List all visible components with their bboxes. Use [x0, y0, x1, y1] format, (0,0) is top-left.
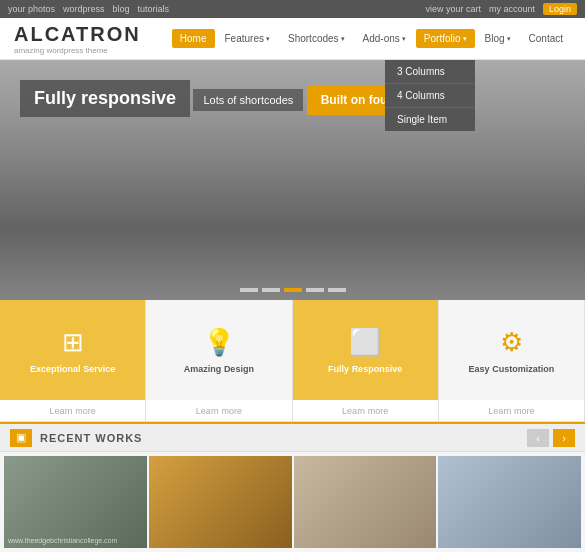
portfolio-dropdown: 3 Columns 4 Columns Single Item — [385, 60, 475, 131]
top-link-1[interactable]: your photos — [8, 4, 55, 14]
feature-design: 💡 Amazing Design — [146, 300, 292, 400]
gallery: www.theedgebchristiancollege.com — [0, 452, 585, 552]
feature-service: ⊞ Exceptional Service — [0, 300, 146, 400]
login-button[interactable]: Login — [543, 3, 577, 15]
dot-3[interactable] — [284, 288, 302, 292]
top-link-2[interactable]: wordpress — [63, 4, 105, 14]
gallery-next-button[interactable]: › — [553, 429, 575, 447]
nav-shortcodes[interactable]: Shortcodes ▾ — [280, 29, 353, 48]
dot-4[interactable] — [306, 288, 324, 292]
hero-dots — [240, 288, 346, 292]
customization-icon: ⚙ — [500, 327, 523, 358]
feature-responsive-label: Fully Responsive — [328, 364, 402, 374]
dropdown-4col[interactable]: 4 Columns — [385, 84, 475, 108]
nav-addons[interactable]: Add-ons ▾ — [355, 29, 414, 48]
chevron-down-icon: ▾ — [341, 35, 345, 43]
feature-customization-label: Easy Customization — [469, 364, 555, 374]
feature-design-label: Amazing Design — [184, 364, 254, 374]
feature-service-label: Exceptional Service — [30, 364, 115, 374]
learn-more-2[interactable]: Learn more — [146, 400, 292, 421]
gallery-item-2[interactable] — [149, 456, 292, 548]
logo-sub: amazing wordpress theme — [14, 46, 141, 55]
dropdown-3col[interactable]: 3 Columns — [385, 60, 475, 84]
design-icon: 💡 — [203, 327, 235, 358]
recent-works-header: ▣ RECENT WORKS ‹ › — [0, 422, 585, 452]
logo-area: ALCATRON amazing wordpress theme — [14, 23, 141, 55]
features-row: ⊞ Exceptional Service 💡 Amazing Design ⬜… — [0, 300, 585, 400]
hero-subtitle: Lots of shortcodes — [193, 89, 303, 111]
feature-customization: ⚙ Easy Customization — [439, 300, 585, 400]
recent-works-icon: ▣ — [10, 429, 32, 447]
responsive-icon: ⬜ — [349, 327, 381, 358]
learn-more-3[interactable]: Learn more — [293, 400, 439, 421]
chevron-down-icon: ▾ — [266, 35, 270, 43]
dropdown-single[interactable]: Single Item — [385, 108, 475, 131]
nav-contact[interactable]: Contact — [521, 29, 571, 48]
chevron-down-icon: ▾ — [507, 35, 511, 43]
gallery-item-1[interactable]: www.theedgebchristiancollege.com — [4, 456, 147, 548]
learn-more-4[interactable]: Learn more — [439, 400, 585, 421]
learn-more-row: Learn more Learn more Learn more Learn m… — [0, 400, 585, 422]
gallery-item-3[interactable] — [294, 456, 437, 548]
feature-responsive: ⬜ Fully Responsive — [293, 300, 439, 400]
dot-2[interactable] — [262, 288, 280, 292]
gallery-watermark: www.theedgebchristiancollege.com — [8, 537, 117, 544]
recent-works-title: RECENT WORKS — [40, 432, 527, 444]
cart-link[interactable]: view your cart — [425, 4, 481, 14]
nav-home[interactable]: Home — [172, 29, 215, 48]
main-nav: Home Features ▾ Shortcodes ▾ Add-ons ▾ P… — [172, 29, 571, 48]
account-link[interactable]: my account — [489, 4, 535, 14]
top-bar: your photos wordpress blog tutorials vie… — [0, 0, 585, 18]
nav-features[interactable]: Features ▾ — [217, 29, 278, 48]
chevron-down-icon: ▾ — [463, 35, 467, 43]
gallery-item-4[interactable] — [438, 456, 581, 548]
chevron-down-icon: ▾ — [402, 35, 406, 43]
top-link-3[interactable]: blog — [113, 4, 130, 14]
logo-name[interactable]: ALCATRON — [14, 23, 141, 46]
hero-title: Fully responsive — [20, 80, 190, 117]
top-link-4[interactable]: tutorials — [138, 4, 170, 14]
service-icon: ⊞ — [62, 327, 84, 358]
hero-section: Fully responsive Lots of shortcodes Buil… — [0, 60, 585, 300]
gallery-nav: ‹ › — [527, 429, 575, 447]
nav-portfolio[interactable]: Portfolio ▾ — [416, 29, 475, 48]
image-icon: ▣ — [16, 431, 26, 444]
dot-1[interactable] — [240, 288, 258, 292]
learn-more-1[interactable]: Learn more — [0, 400, 146, 421]
dot-5[interactable] — [328, 288, 346, 292]
header: ALCATRON amazing wordpress theme Home Fe… — [0, 18, 585, 60]
nav-blog[interactable]: Blog ▾ — [477, 29, 519, 48]
gallery-prev-button[interactable]: ‹ — [527, 429, 549, 447]
